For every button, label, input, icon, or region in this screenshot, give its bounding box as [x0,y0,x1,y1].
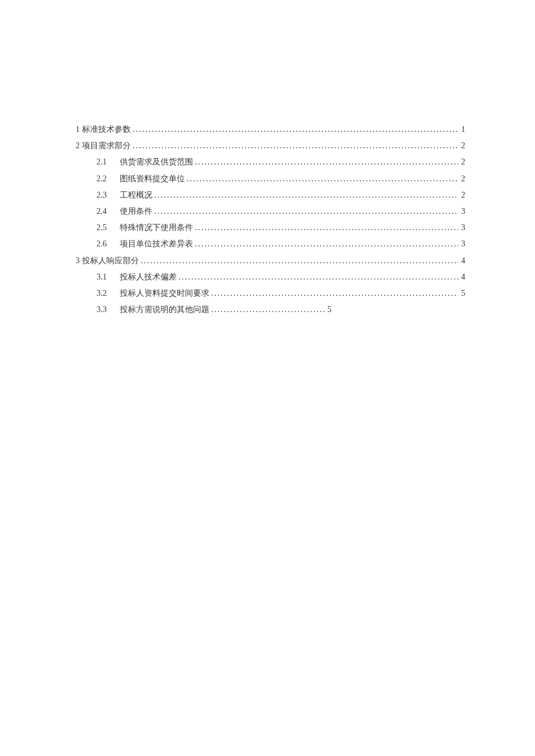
toc-entry: 2.3 工程概况 2 [76,188,465,202]
toc-number: 2 [76,138,80,153]
toc-page: 2 [460,155,465,169]
toc-dots [141,253,458,268]
toc-entry: 1 标准技术参数 1 [76,122,465,137]
toc-page: 5 [460,286,465,300]
toc-page: 1 [460,122,465,137]
toc-dots [154,188,458,202]
toc-number: 2.3 [97,188,109,202]
toc-page: 3 [460,220,465,235]
toc-title: 供货需求及供货范围 [120,155,193,169]
toc-title: 投标人资料提交时间要求 [120,286,209,300]
toc-number: 3.1 [97,270,109,284]
toc-page: 2 [460,138,465,153]
toc-dots [133,138,458,153]
toc-page: 3 [460,237,465,251]
toc-title: 使用条件 [120,204,152,218]
toc-number: 2.4 [97,204,109,218]
toc-dots [195,155,458,169]
toc-entry: 3 投标人响应部分 4 [76,253,465,268]
toc-title: 项目需求部分 [82,138,131,153]
toc-dots [195,237,458,251]
toc-number: 2.6 [97,237,109,251]
toc-dots [187,171,458,186]
toc-entry: 2.6 项目单位技术差异表 3 [76,237,465,251]
toc-number: 1 [76,122,80,137]
toc-title: 投标人技术偏差 [120,270,177,284]
toc-page: 2 [460,171,465,186]
toc-number: 3 [76,253,80,268]
toc-entry: 3.3 投标方需说明的其他问题 5 [76,302,465,317]
toc-entry: 3.2 投标人资料提交时间要求 5 [76,286,465,300]
toc-entry: 2.1 供货需求及供货范围 2 [76,155,465,169]
toc-dots [133,122,458,137]
toc-page: 4 [460,253,465,268]
toc-number: 2.1 [97,155,109,169]
toc-number: 2.5 [97,220,109,235]
toc-page: 3 [460,204,465,218]
toc-entry: 2 项目需求部分 2 [76,138,465,153]
toc-title: 项目单位技术差异表 [120,237,193,251]
toc-title: 投标方需说明的其他问题 [120,302,209,317]
toc-entry: 2.5 特殊情况下使用条件 3 [76,220,465,235]
toc-title: 标准技术参数 [82,122,131,137]
toc-dots [195,220,458,235]
toc-page: 5 [326,302,331,317]
toc-number: 2.2 [97,171,109,186]
toc-dots [211,286,458,300]
toc-dots [179,270,458,284]
toc-number: 3.2 [97,286,109,300]
toc-title: 工程概况 [120,188,152,202]
toc-entry: 3.1 投标人技术偏差 4 [76,270,465,284]
toc-dots [154,204,458,218]
toc-entry: 2.4 使用条件 3 [76,204,465,218]
toc-title: 图纸资料提交单位 [120,171,185,186]
toc-title: 投标人响应部分 [82,253,139,268]
toc-number: 3.3 [97,302,109,317]
toc-page: 4 [460,270,465,284]
toc-entry: 2.2 图纸资料提交单位 2 [76,171,465,186]
toc-title: 特殊情况下使用条件 [120,220,193,235]
toc-dots [211,302,324,317]
toc-page: 2 [460,188,465,202]
table-of-contents: 1 标准技术参数 1 2 项目需求部分 2 2.1 供货需求及供货范围 2 2.… [76,122,465,317]
